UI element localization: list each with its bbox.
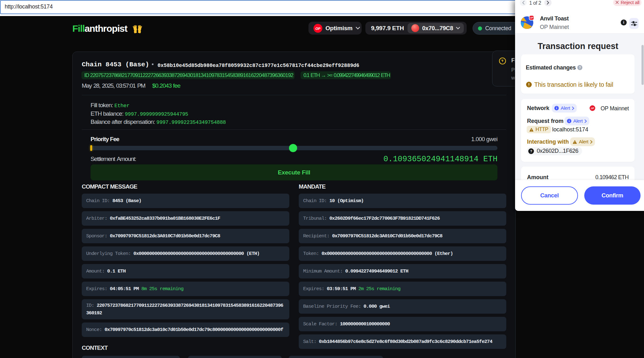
svg-text:OP: OP: [315, 26, 321, 30]
